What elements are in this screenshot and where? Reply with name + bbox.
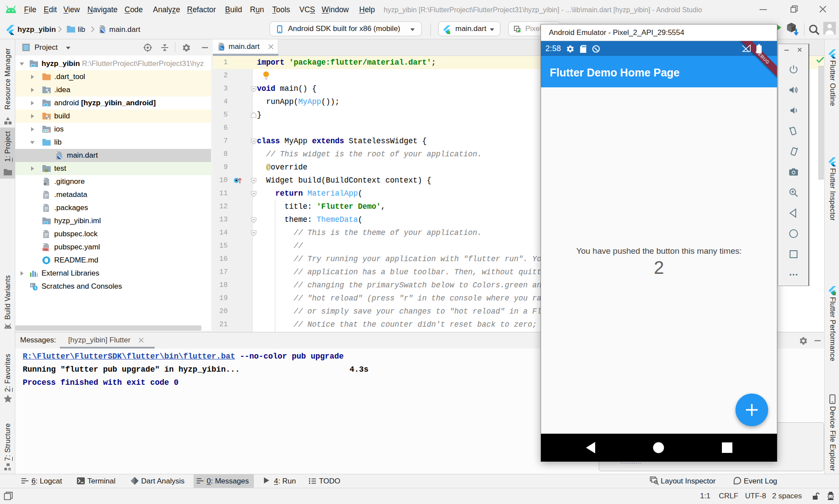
horizontal-scrollbar[interactable] [15,325,201,331]
nav-home-button[interactable] [652,442,665,454]
menu-run[interactable]: Run [250,0,264,20]
tree-row-pubspec-lock[interactable]: pubspec.lock [15,228,211,241]
toolwindow-todo[interactable]: TODO [306,474,346,488]
tree-row--dart-tool[interactable]: .dart_tool [15,70,211,83]
camera-icon[interactable] [788,167,799,177]
breadcrumb-main.dart[interactable]: main.dart [109,20,140,39]
stripe-resource-manager[interactable]: Resource Manager [0,45,15,128]
tree-row-test[interactable]: test [15,162,211,175]
status-crlf[interactable]: CRLF [719,488,738,504]
menu-window[interactable]: Window [322,0,349,20]
volume-down-icon[interactable] [788,105,799,116]
stripe--structure[interactable]: 7: Structure [0,420,15,474]
gear-icon[interactable] [182,43,191,52]
run-config-selector[interactable]: main.dart [438,21,500,36]
menu-vcs[interactable]: VCS [299,0,315,20]
breadcrumb-hyzp_yibin[interactable]: hyzp_yibin [17,20,56,39]
fab-button[interactable] [735,394,768,426]
tree-row-hyzp-yibin-iml[interactable]: hyzp_yibin.iml [15,214,211,228]
nav-back-button[interactable] [585,441,597,454]
tree-row-readme-md[interactable]: README.md [15,254,211,267]
emulator-close-button[interactable] [797,47,803,53]
back-icon[interactable] [788,208,799,218]
power-icon[interactable] [788,64,799,75]
hector-inspector-icon[interactable] [826,491,836,501]
fold-end-icon[interactable] [250,112,257,118]
toolwindow-layout-inspector[interactable]: Layout Inspector [648,474,721,488]
menu-file[interactable]: File [24,0,36,20]
fold-marker-icon[interactable] [250,86,257,92]
tree-row-main-dart[interactable]: main.dart [15,149,211,162]
tree-row-external-libraries[interactable]: External Libraries [15,267,211,280]
more-icon[interactable] [788,269,799,280]
tool-window-switcher-icon[interactable] [3,491,14,501]
fold-marker-icon[interactable] [250,138,257,145]
bulb-icon[interactable] [262,71,270,80]
tree-row-ios[interactable]: ios [15,123,211,136]
toolwindow-6-logcat[interactable]: 6: Logcat [18,474,67,488]
emulator-minimize-button[interactable] [784,47,790,53]
tree-collapse-icon[interactable] [19,61,24,66]
fold-marker-icon[interactable] [250,190,257,197]
tree-expand-icon[interactable] [30,166,35,171]
fold-marker-icon[interactable] [250,230,257,236]
tree-row--gitignore[interactable]: .gitignore [15,175,211,188]
fold-marker-icon[interactable] [250,177,257,184]
menu-code[interactable]: Code [125,0,143,20]
menu-edit[interactable]: Edit [44,0,57,20]
stripe-flutter-inspector[interactable]: Flutter Inspector [825,157,839,221]
emulator-title-bar[interactable]: Android Emulator - Pixel_2_API_29:5554 [541,24,777,41]
tree-expand-icon[interactable] [19,271,24,276]
unlock-icon[interactable] [811,492,820,501]
tree-row-lib[interactable]: lib [15,136,211,149]
editor-vertical-scrollbar[interactable] [818,66,824,180]
fold-marker-icon[interactable] [250,217,257,223]
close-button[interactable] [809,0,836,20]
status-utf-8[interactable]: UTF-8 [745,488,766,504]
home-icon[interactable] [788,228,799,239]
tree-expand-icon[interactable] [30,127,35,132]
tree-row--metadata[interactable]: .metadata [15,188,211,201]
toolwindow-event-log[interactable]: Event Log [731,474,783,488]
toolwindow-4-run[interactable]: 4: Run [261,474,301,488]
volume-up-icon[interactable] [788,85,799,95]
tree-row--idea[interactable]: .idea [15,83,211,97]
hide-panel-button[interactable] [201,43,209,52]
stripe-device-file-explorer[interactable]: Device File Explorer [825,394,839,471]
breadcrumb-lib[interactable]: lib [78,20,85,39]
menu-help[interactable]: Help [359,0,375,20]
overview-icon[interactable] [788,249,799,259]
stripe-build-variants[interactable]: Build Variants [0,272,15,332]
tree-row-scratches-and-consoles[interactable]: Scratches and Consoles [15,280,211,293]
toolwindow-0-messages[interactable]: 0: Messages [194,474,254,488]
device-selector[interactable]: Android SDK built for x86 (mobile) [270,21,422,36]
toolwindow-terminal[interactable]: Terminal [74,474,121,488]
stripe-flutter-outline[interactable]: Flutter Outline [825,49,839,106]
tree-row--packages[interactable]: .packages [15,201,211,214]
status-1-1[interactable]: 1:1 [700,488,711,504]
menu-analyze[interactable]: Analyze [153,0,180,20]
maximize-button[interactable] [780,0,806,20]
tree-expand-icon[interactable] [30,87,35,93]
tree-expand-icon[interactable] [30,100,35,106]
stripe--favorites[interactable]: 2: Favorites [0,350,15,406]
menu-view[interactable]: View [63,0,80,20]
rotate-right-icon[interactable] [788,146,799,157]
messages-tab[interactable]: [hyzp_yibin] Flutter [60,332,139,348]
override-marker-icon[interactable] [233,176,243,184]
toolwindow-dart-analysis[interactable]: Dart Analysis [128,474,190,488]
console-line-1[interactable]: R:\Flutter\FlutterSDK\flutter\bin\flutte… [23,350,344,363]
stripe-flutter-performance[interactable]: Flutter Performance [825,286,839,361]
tree-row-pubspec-yaml[interactable]: YMLpubspec.yaml [15,241,211,254]
nav-overview-button[interactable] [721,442,733,454]
close-tab-icon[interactable] [139,338,144,343]
rotate-left-icon[interactable] [788,126,799,136]
sdk-manager-button[interactable] [785,21,800,38]
close-tab-icon[interactable] [268,44,274,49]
zoom-icon[interactable] [788,187,799,198]
minimize-button[interactable] [750,0,776,20]
profile-avatar[interactable] [823,22,836,35]
menu-refactor[interactable]: Refactor [187,0,216,20]
stripe--project[interactable]: 1: Project [0,128,15,179]
tree-expand-icon[interactable] [30,114,35,119]
